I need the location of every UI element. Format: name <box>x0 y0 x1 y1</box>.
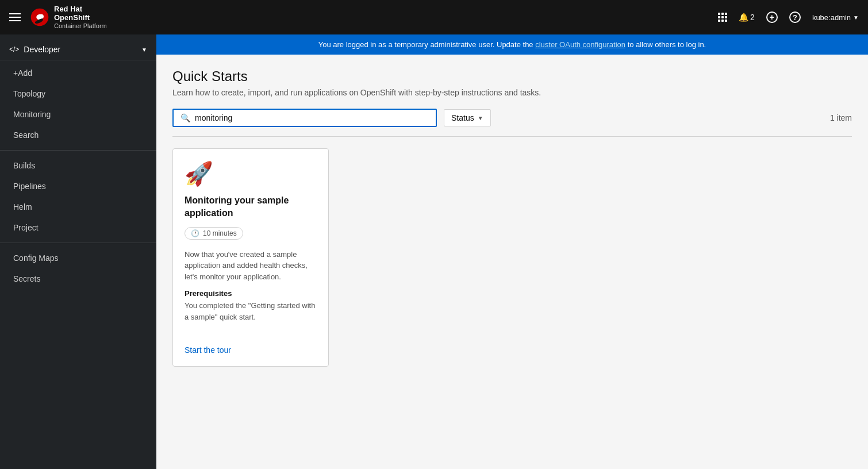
top-navigation: Red Hat OpenShift Container Platform 🔔 2… <box>0 0 868 34</box>
status-dropdown[interactable]: Status ▼ <box>444 109 491 126</box>
sidebar-item-topology[interactable]: Topology <box>0 83 156 104</box>
sidebar-item-monitoring[interactable]: Monitoring <box>0 104 156 125</box>
sidebar-item-builds[interactable]: Builds <box>0 155 156 176</box>
filter-row: 🔍 Status ▼ 1 item <box>172 109 852 137</box>
alert-text: You are logged in as a temporary adminis… <box>318 40 535 49</box>
search-input[interactable] <box>195 113 429 122</box>
perspective-switcher[interactable]: </> Developer ▼ <box>0 39 156 60</box>
help-icon[interactable]: ? <box>789 11 801 23</box>
redhat-logo-icon <box>30 7 49 27</box>
user-menu[interactable]: kube:admin ▼ <box>812 13 859 22</box>
notifications-bell[interactable]: 🔔 2 <box>739 13 755 22</box>
perspective-icon: </> <box>9 45 19 53</box>
oauth-config-link[interactable]: cluster OAuth configuration <box>535 40 625 49</box>
sidebar-divider <box>0 150 156 151</box>
alert-text-end: to allow others to log in. <box>628 40 706 49</box>
sidebar-item-helm[interactable]: Helm <box>0 197 156 217</box>
user-menu-arrow: ▼ <box>853 14 859 21</box>
sidebar-item-search[interactable]: Search <box>0 125 156 145</box>
sidebar-item-add[interactable]: +Add <box>0 63 156 83</box>
card-time-label: 10 minutes <box>203 229 237 237</box>
cards-grid: 🚀 Monitoring your sample application 🕐 1… <box>172 148 852 367</box>
clock-icon: 🕐 <box>191 229 199 237</box>
page-subtitle: Learn how to create, import, and run app… <box>172 88 852 97</box>
brand-text: Red Hat OpenShift Container Platform <box>54 5 107 30</box>
add-icon[interactable]: + <box>766 11 778 23</box>
page-title: Quick Starts <box>172 68 852 84</box>
start-tour-link[interactable]: Start the tour <box>185 345 317 355</box>
grid-icon[interactable] <box>718 13 727 22</box>
card-icon-rocket: 🚀 <box>185 160 317 187</box>
alert-banner: You are logged in as a temporary adminis… <box>156 34 868 55</box>
card-prereq-label: Prerequisites <box>185 289 317 298</box>
card-time: 🕐 10 minutes <box>185 227 243 240</box>
brand-logo: Red Hat OpenShift Container Platform <box>30 5 107 30</box>
status-label: Status <box>451 113 474 122</box>
card-prereq-text: You completed the "Getting started with … <box>185 300 317 322</box>
main-wrapper: You are logged in as a temporary adminis… <box>156 34 868 469</box>
topnav-actions: 🔔 2 + ? kube:admin ▼ <box>718 11 859 23</box>
quickstart-card-0: 🚀 Monitoring your sample application 🕐 1… <box>172 148 329 367</box>
card-description: Now that you've created a sample applica… <box>185 249 317 283</box>
sidebar-item-config-maps[interactable]: Config Maps <box>0 248 156 268</box>
item-count: 1 item <box>830 113 852 122</box>
notification-count: 2 <box>750 13 755 22</box>
perspective-dropdown-arrow: ▼ <box>141 47 147 53</box>
bell-icon: 🔔 <box>739 13 748 22</box>
card-title: Monitoring your sample application <box>185 194 317 220</box>
sidebar-divider-2 <box>0 243 156 243</box>
sidebar: </> Developer ▼ +Add Topology Monitoring… <box>0 34 156 469</box>
sidebar-item-secrets[interactable]: Secrets <box>0 268 156 289</box>
status-dropdown-arrow: ▼ <box>478 115 483 121</box>
perspective-label: Developer <box>24 45 60 54</box>
search-box[interactable]: 🔍 <box>172 109 437 127</box>
sidebar-item-project[interactable]: Project <box>0 217 156 238</box>
hamburger-menu[interactable] <box>9 13 21 21</box>
sidebar-item-pipelines[interactable]: Pipelines <box>0 176 156 197</box>
search-icon: 🔍 <box>180 113 190 122</box>
content-area: Quick Starts Learn how to create, import… <box>156 55 868 469</box>
